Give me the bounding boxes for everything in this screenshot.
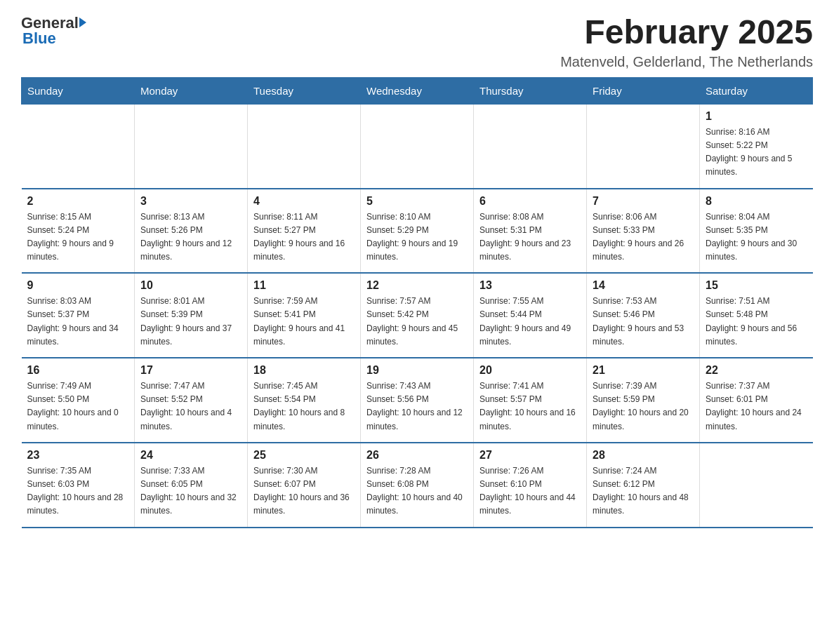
day-info: Sunrise: 7:28 AM Sunset: 6:08 PM Dayligh… [366, 464, 468, 518]
calendar-day-cell: 26Sunrise: 7:28 AM Sunset: 6:08 PM Dayli… [361, 443, 474, 528]
calendar-day-cell: 24Sunrise: 7:33 AM Sunset: 6:05 PM Dayli… [135, 443, 248, 528]
day-number: 7 [593, 195, 694, 208]
day-info: Sunrise: 8:16 AM Sunset: 5:22 PM Dayligh… [706, 126, 807, 180]
page-subtitle: Matenveld, Gelderland, The Netherlands [560, 54, 813, 70]
logo-arrow-icon [79, 18, 86, 27]
day-number: 25 [253, 449, 355, 462]
calendar-day-cell: 19Sunrise: 7:43 AM Sunset: 5:56 PM Dayli… [361, 358, 474, 443]
calendar-day-cell: 25Sunrise: 7:30 AM Sunset: 6:07 PM Dayli… [248, 443, 361, 528]
calendar-day-cell [474, 104, 587, 188]
day-info: Sunrise: 8:04 AM Sunset: 5:35 PM Dayligh… [706, 210, 807, 264]
day-number: 9 [27, 279, 129, 292]
day-info: Sunrise: 7:24 AM Sunset: 6:12 PM Dayligh… [593, 464, 694, 518]
day-info: Sunrise: 7:59 AM Sunset: 5:41 PM Dayligh… [253, 295, 355, 349]
day-info: Sunrise: 8:01 AM Sunset: 5:39 PM Dayligh… [140, 295, 241, 349]
day-number: 26 [366, 449, 468, 462]
calendar-day-cell: 14Sunrise: 7:53 AM Sunset: 5:46 PM Dayli… [587, 273, 700, 358]
day-info: Sunrise: 7:57 AM Sunset: 5:42 PM Dayligh… [366, 295, 468, 349]
day-info: Sunrise: 7:47 AM Sunset: 5:52 PM Dayligh… [140, 380, 241, 434]
calendar-day-cell: 15Sunrise: 7:51 AM Sunset: 5:48 PM Dayli… [700, 273, 813, 358]
day-info: Sunrise: 7:49 AM Sunset: 5:50 PM Dayligh… [27, 380, 129, 434]
calendar-day-cell [135, 104, 248, 188]
day-info: Sunrise: 8:10 AM Sunset: 5:29 PM Dayligh… [366, 210, 468, 264]
calendar-day-cell [361, 104, 474, 188]
calendar-day-cell [248, 104, 361, 188]
header-friday: Friday [587, 77, 700, 104]
day-number: 10 [140, 279, 241, 292]
day-number: 3 [140, 195, 241, 208]
calendar-day-cell: 17Sunrise: 7:47 AM Sunset: 5:52 PM Dayli… [135, 358, 248, 443]
calendar-day-cell: 6Sunrise: 8:08 AM Sunset: 5:31 PM Daylig… [474, 189, 587, 274]
calendar-week-row: 1Sunrise: 8:16 AM Sunset: 5:22 PM Daylig… [22, 104, 813, 188]
calendar-day-cell: 20Sunrise: 7:41 AM Sunset: 5:57 PM Dayli… [474, 358, 587, 443]
header-thursday: Thursday [474, 77, 587, 104]
day-number: 11 [253, 279, 355, 292]
calendar-day-cell: 27Sunrise: 7:26 AM Sunset: 6:10 PM Dayli… [474, 443, 587, 528]
header-monday: Monday [135, 77, 248, 104]
day-number: 14 [593, 279, 694, 292]
header-tuesday: Tuesday [248, 77, 361, 104]
calendar-week-row: 16Sunrise: 7:49 AM Sunset: 5:50 PM Dayli… [22, 358, 813, 443]
day-number: 2 [27, 195, 129, 208]
calendar-day-cell: 23Sunrise: 7:35 AM Sunset: 6:03 PM Dayli… [22, 443, 135, 528]
day-info: Sunrise: 7:26 AM Sunset: 6:10 PM Dayligh… [479, 464, 581, 518]
day-info: Sunrise: 8:15 AM Sunset: 5:24 PM Dayligh… [27, 210, 129, 264]
calendar-day-cell [22, 104, 135, 188]
title-block: February 2025 Matenveld, Gelderland, The… [560, 14, 813, 70]
day-info: Sunrise: 8:03 AM Sunset: 5:37 PM Dayligh… [27, 295, 129, 349]
day-number: 6 [479, 195, 581, 208]
day-info: Sunrise: 7:30 AM Sunset: 6:07 PM Dayligh… [253, 464, 355, 518]
day-number: 28 [593, 449, 694, 462]
calendar-day-cell: 4Sunrise: 8:11 AM Sunset: 5:27 PM Daylig… [248, 189, 361, 274]
day-info: Sunrise: 7:37 AM Sunset: 6:01 PM Dayligh… [706, 380, 807, 434]
calendar-day-cell: 9Sunrise: 8:03 AM Sunset: 5:37 PM Daylig… [22, 273, 135, 358]
calendar-day-cell: 10Sunrise: 8:01 AM Sunset: 5:39 PM Dayli… [135, 273, 248, 358]
calendar-week-row: 9Sunrise: 8:03 AM Sunset: 5:37 PM Daylig… [22, 273, 813, 358]
day-info: Sunrise: 7:43 AM Sunset: 5:56 PM Dayligh… [366, 380, 468, 434]
calendar-day-cell: 1Sunrise: 8:16 AM Sunset: 5:22 PM Daylig… [700, 104, 813, 188]
header-saturday: Saturday [700, 77, 813, 104]
calendar-day-cell: 3Sunrise: 8:13 AM Sunset: 5:26 PM Daylig… [135, 189, 248, 274]
day-number: 21 [593, 364, 694, 377]
calendar-day-cell: 28Sunrise: 7:24 AM Sunset: 6:12 PM Dayli… [587, 443, 700, 528]
calendar-day-cell [700, 443, 813, 528]
calendar-day-cell: 21Sunrise: 7:39 AM Sunset: 5:59 PM Dayli… [587, 358, 700, 443]
day-number: 17 [140, 364, 241, 377]
day-number: 12 [366, 279, 468, 292]
day-number: 5 [366, 195, 468, 208]
calendar-body: 1Sunrise: 8:16 AM Sunset: 5:22 PM Daylig… [22, 104, 813, 527]
day-info: Sunrise: 7:53 AM Sunset: 5:46 PM Dayligh… [593, 295, 694, 349]
day-info: Sunrise: 7:45 AM Sunset: 5:54 PM Dayligh… [253, 380, 355, 434]
day-number: 24 [140, 449, 241, 462]
day-number: 1 [706, 110, 807, 123]
day-number: 8 [706, 195, 807, 208]
calendar-day-cell: 18Sunrise: 7:45 AM Sunset: 5:54 PM Dayli… [248, 358, 361, 443]
day-info: Sunrise: 8:08 AM Sunset: 5:31 PM Dayligh… [479, 210, 581, 264]
day-info: Sunrise: 8:13 AM Sunset: 5:26 PM Dayligh… [140, 210, 241, 264]
logo: General Blue [21, 14, 86, 48]
calendar-day-cell: 8Sunrise: 8:04 AM Sunset: 5:35 PM Daylig… [700, 189, 813, 274]
day-number: 4 [253, 195, 355, 208]
calendar-day-cell: 7Sunrise: 8:06 AM Sunset: 5:33 PM Daylig… [587, 189, 700, 274]
day-header-row: Sunday Monday Tuesday Wednesday Thursday… [22, 77, 813, 104]
header-wednesday: Wednesday [361, 77, 474, 104]
day-info: Sunrise: 7:51 AM Sunset: 5:48 PM Dayligh… [706, 295, 807, 349]
day-number: 16 [27, 364, 129, 377]
calendar-week-row: 23Sunrise: 7:35 AM Sunset: 6:03 PM Dayli… [22, 443, 813, 528]
day-number: 13 [479, 279, 581, 292]
day-info: Sunrise: 7:39 AM Sunset: 5:59 PM Dayligh… [593, 380, 694, 434]
day-number: 27 [479, 449, 581, 462]
header-sunday: Sunday [22, 77, 135, 104]
calendar-header: Sunday Monday Tuesday Wednesday Thursday… [22, 77, 813, 104]
calendar-day-cell: 2Sunrise: 8:15 AM Sunset: 5:24 PM Daylig… [22, 189, 135, 274]
day-number: 19 [366, 364, 468, 377]
day-info: Sunrise: 8:06 AM Sunset: 5:33 PM Dayligh… [593, 210, 694, 264]
calendar-day-cell: 11Sunrise: 7:59 AM Sunset: 5:41 PM Dayli… [248, 273, 361, 358]
calendar-day-cell [587, 104, 700, 188]
day-number: 18 [253, 364, 355, 377]
day-info: Sunrise: 7:55 AM Sunset: 5:44 PM Dayligh… [479, 295, 581, 349]
calendar-day-cell: 12Sunrise: 7:57 AM Sunset: 5:42 PM Dayli… [361, 273, 474, 358]
day-info: Sunrise: 7:41 AM Sunset: 5:57 PM Dayligh… [479, 380, 581, 434]
day-info: Sunrise: 7:33 AM Sunset: 6:05 PM Dayligh… [140, 464, 241, 518]
day-number: 20 [479, 364, 581, 377]
